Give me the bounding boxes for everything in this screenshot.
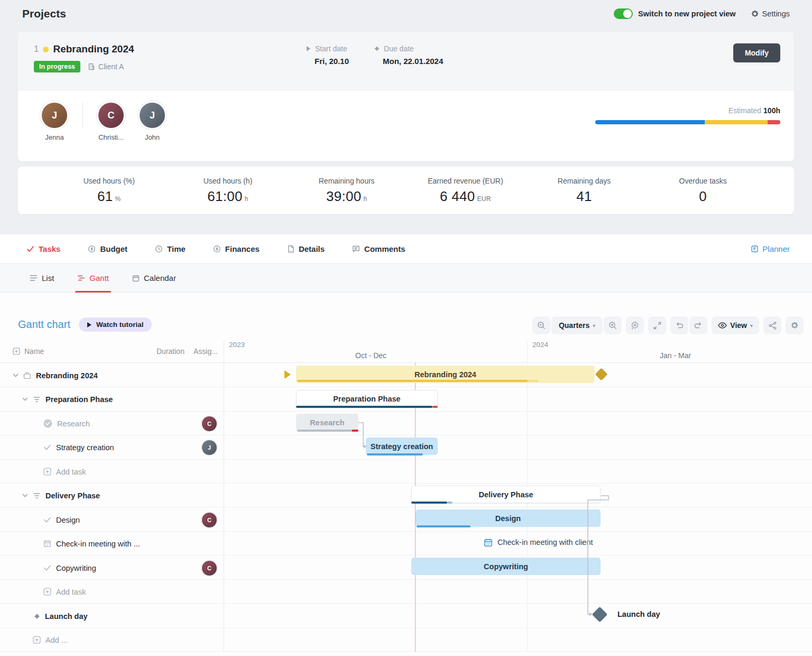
undo-icon	[675, 322, 684, 330]
delivery-progress-tail	[447, 502, 453, 504]
table-row[interactable]: Check-in meeting with ... 2h	[0, 532, 224, 555]
check-icon	[26, 245, 34, 253]
table-chart-divider	[224, 341, 224, 652]
preparation-progress-line	[296, 406, 432, 408]
gantt-settings-button[interactable]	[786, 316, 804, 334]
stat-remaining-days: Remaining days 41	[525, 177, 644, 205]
name-column-header[interactable]: Name	[13, 347, 44, 356]
zoom-out-button[interactable]	[532, 316, 550, 334]
undo-button[interactable]	[670, 316, 688, 334]
gantt-bar-copywriting[interactable]: Copywriting	[411, 558, 601, 575]
zoom-in-button[interactable]	[604, 316, 622, 334]
add-task-row[interactable]: Add task 0h	[0, 580, 224, 604]
gantt-bar-strategy-creation[interactable]: Strategy creation	[366, 438, 438, 455]
tab-comments[interactable]: Comments	[352, 244, 405, 253]
redo-icon	[694, 322, 703, 330]
gantt-toolbar: Quarters▾ View▾	[532, 316, 804, 334]
coin-icon	[88, 245, 96, 253]
plus-square-icon	[43, 588, 51, 596]
phase-icon	[33, 396, 41, 403]
redo-button[interactable]	[689, 316, 707, 334]
diamond-icon	[374, 46, 380, 51]
task-check-icon	[43, 516, 51, 523]
building-icon	[88, 63, 95, 70]
watch-tutorial-button[interactable]: Watch tutorial	[79, 317, 152, 332]
gantt-bar-design[interactable]: Design	[416, 509, 601, 527]
table-row[interactable]: Design 30h C	[0, 508, 224, 532]
add-task-row[interactable]: Add ... 0h	[0, 628, 224, 652]
design-progress-line	[417, 525, 470, 527]
calendar-icon	[484, 538, 493, 547]
modify-button[interactable]: Modify	[733, 43, 780, 62]
subtab-calendar[interactable]: Calendar	[132, 264, 176, 293]
calendar-icon	[132, 275, 140, 282]
gantt-grid: Name Duration Assig... 2023 2024 Oct - D…	[0, 341, 812, 652]
tab-budget[interactable]: Budget	[88, 244, 127, 253]
table-row[interactable]: Research 30h C	[0, 412, 224, 435]
planner-link[interactable]: Planner	[751, 244, 790, 253]
coins-icon	[213, 245, 221, 253]
estimated-progress: Estimated100h	[595, 106, 780, 124]
duration-column-header[interactable]: Duration	[156, 347, 184, 356]
project-progress-line	[297, 380, 528, 382]
zoom-level-dropdown[interactable]: Quarters▾	[551, 316, 603, 334]
tab-details[interactable]: Details	[287, 244, 325, 253]
view-subtabs: List Gantt Calendar	[0, 264, 812, 293]
view-dropdown[interactable]: View▾	[712, 316, 759, 334]
phase-icon	[33, 493, 41, 499]
research-progress-line	[297, 430, 352, 432]
project-color-dot	[43, 47, 49, 52]
magnifier-plus-icon	[608, 321, 617, 330]
share-icon	[769, 322, 777, 330]
chevron-down-icon[interactable]	[13, 373, 19, 377]
main-tabs: Tasks Budget Time Finances Details Comme…	[0, 234, 812, 264]
project-progress-tail	[528, 380, 538, 382]
plus-square-icon	[33, 636, 41, 644]
share-button[interactable]	[763, 316, 781, 334]
hours-progress-bar	[595, 120, 780, 124]
status-badge[interactable]: In progress	[34, 61, 80, 72]
tab-time[interactable]: Time	[155, 244, 186, 253]
gantt-bar-delivery-phase[interactable]: Delivery Phase	[411, 486, 601, 503]
bubble-search-icon	[631, 321, 639, 330]
focus-search-button[interactable]	[626, 316, 644, 334]
table-row[interactable]: Preparation Phase 50h	[0, 387, 224, 411]
member-christina[interactable]: C Christi...	[90, 103, 132, 141]
gantt-event-checkin-meeting[interactable]: Check-in meeting with client	[484, 536, 593, 549]
table-row[interactable]: Copywriting 20h C	[0, 556, 224, 580]
table-row[interactable]: Delivery Phase 52h	[0, 484, 224, 507]
gantt-header-row: Name Duration Assig... 2023 2024 Oct - D…	[0, 341, 812, 363]
table-row[interactable]: Strategy creation 20h J	[0, 435, 224, 459]
member-jenna[interactable]: J Jenna	[34, 103, 75, 141]
gantt-bar-preparation-phase[interactable]: Preparation Phase	[296, 390, 438, 407]
settings-button[interactable]: Settings	[751, 10, 790, 18]
milestone-diamond-icon	[34, 613, 40, 619]
chevron-down-icon[interactable]	[22, 494, 28, 497]
fullscreen-button[interactable]	[648, 316, 666, 334]
list-icon	[30, 275, 38, 281]
launch-day-label: Launch day	[617, 610, 660, 618]
gantt-bar-research[interactable]: Research	[296, 414, 358, 431]
add-task-row[interactable]: Add task 0h	[0, 460, 224, 484]
client-link[interactable]: Client A	[88, 62, 124, 71]
table-row[interactable]: Rebranding 2024 102h	[0, 363, 224, 387]
assignee-column-header[interactable]: Assig...	[193, 347, 218, 356]
comment-icon	[352, 245, 360, 253]
preparation-overdue-tip	[432, 406, 438, 408]
assignee-avatar[interactable]: C	[202, 513, 217, 527]
gear-icon	[751, 10, 759, 18]
tab-finances[interactable]: Finances	[213, 244, 260, 253]
progress-planned-segment	[705, 120, 768, 124]
tab-tasks[interactable]: Tasks	[26, 244, 60, 253]
assignee-avatar[interactable]: J	[202, 440, 217, 455]
table-row[interactable]: Launch day 0h	[0, 604, 224, 628]
chevron-down-icon[interactable]	[22, 397, 28, 401]
assignee-avatar[interactable]: C	[202, 561, 217, 576]
new-project-view-toggle[interactable]	[614, 8, 633, 19]
subtab-list[interactable]: List	[30, 264, 54, 293]
assignee-avatar[interactable]: C	[202, 416, 217, 431]
subtab-gantt[interactable]: Gantt	[77, 264, 109, 293]
member-john[interactable]: J John	[132, 103, 173, 141]
project-name[interactable]: Rebranding 2024	[53, 43, 134, 55]
stat-remaining-hours: Remaining hours 39:00h	[287, 177, 406, 205]
